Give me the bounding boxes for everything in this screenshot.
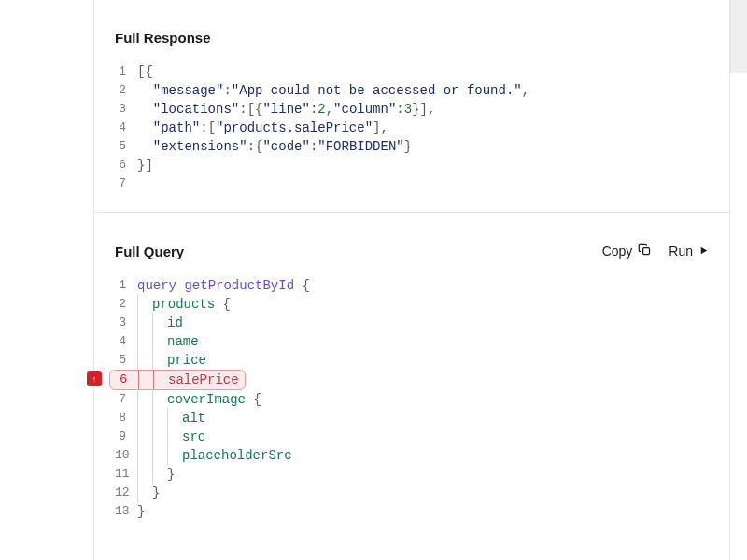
- code-line: 2products {: [115, 295, 709, 314]
- code-line: 8alt: [115, 409, 709, 427]
- code-content: }: [137, 465, 175, 483]
- code-content: price: [137, 351, 206, 370]
- indent-guide: [152, 409, 167, 427]
- content-panel: Full Response 1[{2 "message":"App could …: [93, 0, 730, 560]
- code-token: }: [167, 465, 175, 483]
- code-token: }: [404, 137, 412, 156]
- line-number: 4: [115, 119, 137, 137]
- code-token: :: [223, 81, 231, 100]
- full-response-title: Full Response: [115, 30, 211, 46]
- code-token: }: [152, 483, 160, 502]
- copy-button[interactable]: Copy: [602, 243, 653, 259]
- line-number: 10: [115, 446, 137, 465]
- line-number: 2: [115, 295, 137, 314]
- code-content: "extensions":{"code":"FORBIDDEN"}: [137, 137, 412, 156]
- code-content: alt: [137, 409, 205, 427]
- indent-guide: [137, 483, 152, 502]
- indent-guide: [152, 390, 167, 409]
- run-button[interactable]: Run: [669, 244, 709, 259]
- code-content: [{: [137, 63, 153, 81]
- code-token: ,: [522, 81, 529, 100]
- code-token: id: [167, 314, 183, 332]
- code-line: 7coverImage {: [115, 390, 709, 409]
- code-token: :: [396, 100, 403, 119]
- svg-rect-0: [643, 248, 650, 255]
- code-token: "App could not be accessed or found.": [232, 81, 522, 100]
- right-rail-shadow: [730, 0, 747, 73]
- code-line: 1query getProductById {: [115, 276, 709, 295]
- query-actions: Copy Run: [602, 243, 709, 259]
- indent-guide: [167, 409, 182, 427]
- code-token: "extensions": [153, 137, 247, 156]
- code-token: placeholderSrc: [182, 446, 292, 465]
- code-token: 2: [317, 100, 325, 119]
- code-token: {: [215, 295, 231, 314]
- line-number: 3: [115, 100, 137, 119]
- code-token: getProductById: [184, 276, 294, 295]
- indent-guide: [137, 332, 152, 351]
- line-number: 7: [115, 175, 137, 193]
- code-token: :: [310, 100, 317, 119]
- indent-guide: [137, 427, 152, 446]
- query-code-block: 1query getProductById {2products {3id4na…: [115, 276, 709, 521]
- code-line: 2 "message":"App could not be accessed o…: [115, 81, 709, 100]
- indent-guide: [153, 371, 168, 389]
- full-query-section: Full Query Copy Run: [94, 212, 729, 539]
- code-token: "message": [153, 81, 224, 100]
- svg-marker-1: [701, 247, 707, 254]
- code-token: :[: [200, 119, 216, 137]
- code-token: }],: [412, 100, 435, 119]
- code-token: [{: [137, 63, 153, 81]
- indent-guide: [152, 351, 167, 370]
- line-number: 4: [115, 332, 137, 351]
- code-token: "code": [262, 137, 309, 156]
- response-code-block: 1[{2 "message":"App could not be accesse…: [115, 63, 709, 193]
- code-content: placeholderSrc: [137, 446, 292, 465]
- code-line: 10placeholderSrc: [115, 446, 709, 465]
- code-line: 5price: [115, 351, 709, 370]
- line-number: 7: [115, 390, 137, 409]
- error-highlight-pill: 6salePrice: [109, 370, 246, 390]
- code-token: :[{: [239, 100, 262, 119]
- indent-guide: [137, 351, 152, 370]
- line-number: 12: [115, 483, 137, 502]
- code-token: [137, 137, 153, 156]
- code-token: alt: [182, 409, 205, 427]
- code-content: name: [137, 332, 199, 351]
- code-token: ],: [373, 119, 388, 137]
- code-token: src: [182, 427, 205, 446]
- indent-guide: [137, 409, 152, 427]
- code-token: salePrice: [168, 371, 239, 389]
- code-line: 3 "locations":[{"line":2,"column":3}],: [115, 100, 709, 119]
- code-content: query getProductById {: [137, 276, 310, 295]
- code-token: coverImage: [167, 390, 246, 409]
- code-token: "line": [262, 100, 309, 119]
- play-icon: [698, 244, 709, 259]
- code-line: 6}]: [115, 156, 709, 175]
- code-token: [137, 81, 153, 100]
- indent-guide: [137, 295, 152, 314]
- line-number: 1: [115, 276, 137, 295]
- code-content: products {: [137, 295, 231, 314]
- code-token: "locations": [153, 100, 239, 119]
- code-token: "products.salePrice": [216, 119, 373, 137]
- code-token: "path": [153, 119, 200, 137]
- code-token: 3: [404, 100, 412, 119]
- indent-guide: [152, 427, 167, 446]
- code-content: }]: [137, 156, 153, 175]
- copy-icon: [638, 243, 652, 259]
- code-token: }]: [137, 156, 153, 175]
- code-content: }: [137, 483, 160, 502]
- code-line: 5 "extensions":{"code":"FORBIDDEN"}: [115, 137, 709, 156]
- run-label: Run: [669, 244, 693, 259]
- indent-guide: [152, 314, 167, 332]
- code-line: 3id: [115, 314, 709, 332]
- line-number: 11: [115, 465, 137, 483]
- indent-guide: [137, 465, 152, 483]
- code-token: ,: [326, 100, 333, 119]
- code-token: "FORBIDDEN": [317, 137, 403, 156]
- code-token: :{: [247, 137, 263, 156]
- indent-guide: [167, 446, 182, 465]
- code-token: [137, 119, 153, 137]
- code-line: 4name: [115, 332, 709, 351]
